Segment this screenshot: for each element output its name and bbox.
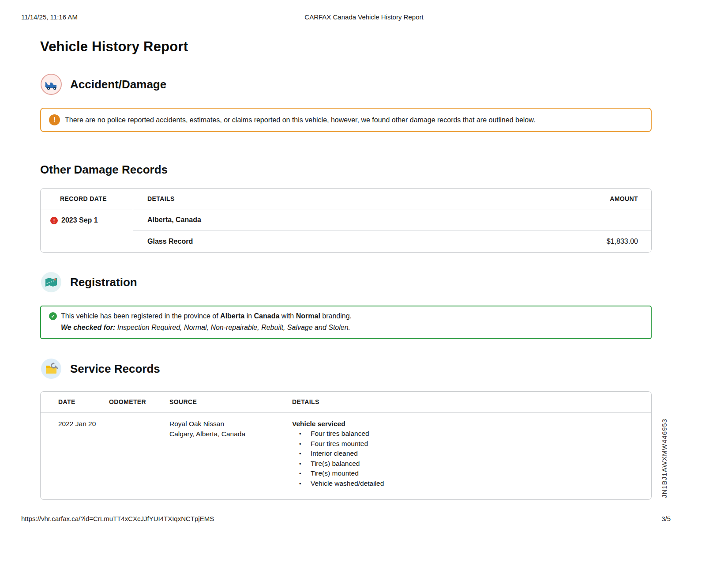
print-header: 11/14/25, 11:16 AM CARFAX Canada Vehicle… — [0, 13, 728, 22]
column-service-details: DETAILS — [292, 392, 651, 412]
status-prefix: This vehicle has been registered in the … — [61, 312, 220, 320]
service-records-section: Service Records DATE ODOMETER SOURCE DET… — [40, 358, 652, 500]
vin-sidebar: JN1BJ1AWXMW446953 — [660, 419, 668, 498]
record-location: Alberta, Canada — [147, 216, 201, 224]
service-records-heading: Service Records — [70, 362, 160, 376]
service-detail-item: Tire(s) balanced — [299, 459, 651, 468]
record-amount: $1,833.00 — [607, 238, 638, 246]
column-source: SOURCE — [169, 392, 292, 412]
service-detail-item: Four tires balanced — [299, 429, 651, 438]
column-odometer: ODOMETER — [109, 392, 169, 412]
registration-heading: Registration — [70, 276, 137, 289]
other-damage-table: RECORD DATE DETAILS AMOUNT ! 2023 Sep 1 … — [40, 188, 652, 253]
status-province: Alberta — [220, 312, 244, 320]
service-source-location: Calgary, Alberta, Canada — [169, 430, 292, 438]
registration-checked-line: We checked for: Inspection Required, Nor… — [61, 324, 643, 332]
accident-damage-header: Accident/Damage — [40, 73, 652, 95]
page-indicator: 3/5 — [661, 515, 671, 522]
print-document-title: CARFAX Canada Vehicle History Report — [0, 13, 728, 21]
service-details-list: Four tires balancedFour tires mountedInt… — [292, 429, 651, 488]
status-mid2: with — [279, 312, 296, 320]
other-damage-record-row: ! 2023 Sep 1 Alberta, Canada Glass Recor… — [41, 209, 651, 252]
service-detail-item: Tire(s) mounted — [299, 469, 651, 478]
other-damage-heading: Other Damage Records — [40, 163, 652, 177]
tow-truck-icon — [40, 73, 62, 95]
record-date-cell: ! 2023 Sep 1 — [41, 209, 133, 252]
other-damage-section: Other Damage Records RECORD DATE DETAILS… — [40, 163, 652, 253]
status-mid1: in — [244, 312, 254, 320]
accident-damage-heading: Accident/Damage — [70, 78, 166, 91]
service-details: Vehicle serviced Four tires balancedFour… — [292, 419, 651, 488]
checked-for-text: Inspection Required, Normal, Non-repaira… — [115, 324, 350, 331]
checked-for-label: We checked for: — [61, 324, 115, 331]
status-country: Canada — [254, 312, 280, 320]
registration-status-text: This vehicle has been registered in the … — [61, 312, 352, 320]
service-records-header: Service Records — [40, 358, 652, 380]
page-title: Vehicle History Report — [40, 39, 652, 55]
report-content: Vehicle History Report Accident/Damage ! — [0, 0, 652, 500]
status-branding: Normal — [296, 312, 320, 320]
column-date: DATE — [41, 392, 109, 412]
registration-header: Registration — [40, 271, 652, 293]
record-detail: Glass Record — [147, 238, 193, 246]
service-detail-item: Vehicle washed/detailed — [299, 479, 651, 488]
accident-damage-alert-text: There are no police reported accidents, … — [65, 116, 535, 124]
accident-damage-section: Accident/Damage ! There are no police re… — [40, 73, 652, 132]
accident-damage-alert: ! There are no police reported accidents… — [40, 108, 652, 132]
column-record-date: RECORD DATE — [41, 189, 133, 209]
service-source: Royal Oak Nissan Calgary, Alberta, Canad… — [169, 419, 292, 488]
record-location-row: Alberta, Canada — [133, 209, 651, 230]
registration-status-box: ✓ This vehicle has been registered in th… — [40, 306, 652, 339]
check-icon: ✓ — [49, 312, 57, 320]
column-details: DETAILS — [133, 189, 554, 209]
service-details-title: Vehicle serviced — [292, 419, 651, 428]
record-detail-row: Glass Record $1,833.00 — [133, 230, 651, 252]
warning-icon: ! — [49, 114, 60, 125]
service-records-table: DATE ODOMETER SOURCE DETAILS 2022 Jan 20… — [40, 391, 652, 500]
map-icon — [40, 271, 62, 293]
print-timestamp: 11/14/25, 11:16 AM — [21, 13, 78, 21]
footer-url: https://vhr.carfax.ca/?id=CrLmuTT4xCXcJJ… — [21, 515, 214, 522]
service-table-header: DATE ODOMETER SOURCE DETAILS — [41, 392, 651, 412]
service-folder-icon — [40, 358, 62, 380]
status-suffix: branding. — [320, 312, 352, 320]
other-damage-table-header: RECORD DATE DETAILS AMOUNT — [41, 189, 651, 209]
service-detail-item: Four tires mounted — [299, 439, 651, 448]
service-odometer — [109, 419, 169, 488]
service-detail-item: Interior cleaned — [299, 449, 651, 458]
registration-status-line: ✓ This vehicle has been registered in th… — [49, 312, 643, 320]
service-source-name: Royal Oak Nissan — [169, 419, 292, 428]
registration-section: Registration ✓ This vehicle has been reg… — [40, 271, 652, 339]
service-record-row: 2022 Jan 20 Royal Oak Nissan Calgary, Al… — [41, 412, 651, 499]
damage-alert-icon: ! — [50, 217, 58, 224]
record-date: 2023 Sep 1 — [61, 216, 98, 224]
record-details-cell: Alberta, Canada Glass Record $1,833.00 — [133, 209, 651, 252]
service-date: 2022 Jan 20 — [41, 419, 109, 488]
column-amount: AMOUNT — [554, 189, 651, 209]
